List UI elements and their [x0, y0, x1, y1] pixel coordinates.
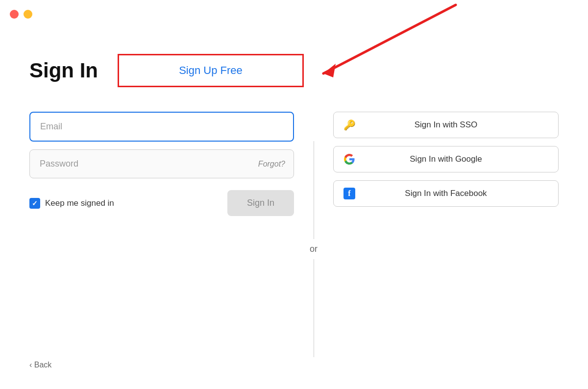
- sso-label: Sign In with SSO: [343, 120, 548, 130]
- password-input[interactable]: [29, 149, 294, 178]
- key-icon: 🔑: [343, 119, 356, 131]
- email-input[interactable]: [29, 112, 294, 142]
- main-content: Sign In Sign Up Free Forgot? ✓ Keep me s…: [29, 54, 559, 357]
- google-icon: [343, 153, 355, 165]
- facebook-button[interactable]: f Sign In with Facebook: [333, 180, 559, 207]
- window-controls: [10, 10, 32, 19]
- keep-signed-label[interactable]: ✓ Keep me signed in: [29, 198, 114, 209]
- facebook-icon: f: [343, 188, 355, 199]
- form-layout: Forgot? ✓ Keep me signed in Sign In or: [29, 112, 559, 357]
- divider-section: or: [294, 112, 333, 357]
- sign-in-button[interactable]: Sign In: [227, 190, 294, 216]
- back-button[interactable]: ‹ Back: [29, 361, 51, 369]
- google-label: Sign In with Google: [343, 154, 548, 164]
- forgot-link[interactable]: Forgot?: [258, 160, 285, 169]
- vertical-divider-2: [314, 259, 314, 357]
- facebook-label: Sign In with Facebook: [343, 189, 548, 198]
- sso-button[interactable]: 🔑 Sign In with SSO: [333, 112, 559, 138]
- header-row: Sign In Sign Up Free: [29, 54, 559, 87]
- keep-signed-text: Keep me signed in: [45, 198, 114, 208]
- page-title: Sign In: [29, 59, 98, 82]
- right-section: 🔑 Sign In with SSO Sign In with Google f…: [333, 112, 559, 207]
- vertical-divider: [314, 141, 314, 239]
- bottom-row: ✓ Keep me signed in Sign In: [29, 190, 294, 216]
- keep-signed-checkbox[interactable]: ✓: [29, 198, 40, 209]
- close-button[interactable]: [10, 10, 19, 19]
- password-row: Forgot?: [29, 149, 294, 178]
- back-label: ‹ Back: [29, 361, 51, 369]
- left-section: Forgot? ✓ Keep me signed in Sign In: [29, 112, 294, 216]
- sign-up-button[interactable]: Sign Up Free: [118, 54, 304, 87]
- checkmark-icon: ✓: [32, 199, 38, 207]
- or-text: or: [310, 244, 318, 254]
- google-button[interactable]: Sign In with Google: [333, 146, 559, 172]
- minimize-button[interactable]: [24, 10, 32, 19]
